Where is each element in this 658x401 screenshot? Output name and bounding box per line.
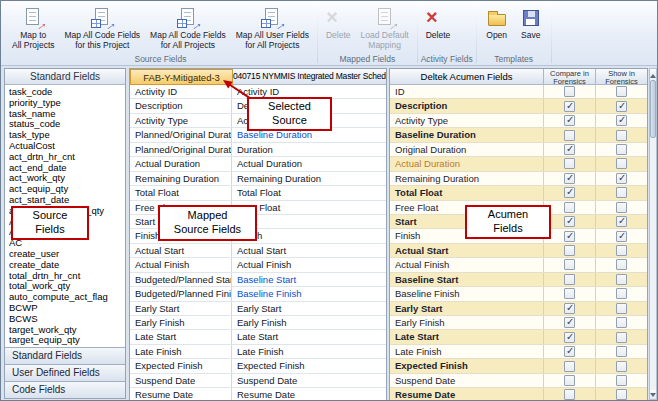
mapped-target-cell[interactable]: Resume Date	[232, 388, 386, 401]
source-field-item[interactable]: auto_compute_act_flag	[9, 292, 125, 303]
mapped-target-cell[interactable]: Actual Start	[232, 244, 386, 257]
delete-activity-field-button[interactable]: × Delete	[421, 2, 456, 53]
mapped-target-cell[interactable]: Expected Finish	[232, 359, 386, 372]
mapped-target-cell[interactable]: Duration	[232, 143, 386, 156]
mapped-target-cell[interactable]: Baseline Start	[232, 273, 386, 286]
compare-checkbox[interactable]	[564, 274, 575, 285]
show-checkbox[interactable]	[616, 375, 627, 386]
map-all-user-fields-all-projects-button[interactable]: → Map All User Fields for All Projects	[231, 2, 314, 53]
open-template-button[interactable]: Open	[480, 2, 514, 53]
source-field-item[interactable]: target_equip_qty	[9, 335, 125, 346]
source-field-item[interactable]: create_date	[9, 260, 125, 271]
mapped-source-cell[interactable]: Planned/Original Duration	[130, 143, 232, 156]
mapped-source-cell[interactable]: Late Start	[130, 330, 232, 343]
mapped-source-cell[interactable]: Actual Duration	[130, 157, 232, 170]
user-defined-fields-tab-button[interactable]: User Defined Fields	[5, 364, 125, 381]
compare-checkbox[interactable]	[564, 115, 575, 126]
mapped-source-cell[interactable]: Early Start	[130, 302, 232, 315]
map-all-code-fields-all-projects-button[interactable]: → Map All Code Fields for All Projects	[145, 2, 231, 53]
acumen-field-name[interactable]: Late Start	[390, 330, 543, 343]
mapped-source-cell[interactable]: Resume Date	[130, 388, 232, 401]
compare-checkbox[interactable]	[564, 361, 575, 372]
acumen-field-name[interactable]: Early Finish	[390, 316, 543, 329]
compare-checkbox[interactable]	[564, 173, 575, 184]
mapped-source-cell[interactable]: Early Finish	[130, 316, 232, 329]
source-field-item[interactable]: BCWP	[9, 303, 125, 314]
source-field-item[interactable]: task_name	[9, 109, 125, 120]
acumen-field-name[interactable]: Actual Duration	[390, 157, 543, 170]
compare-checkbox[interactable]	[564, 216, 575, 227]
show-checkbox[interactable]	[616, 202, 627, 213]
compare-checkbox[interactable]	[564, 202, 575, 213]
mapped-target-cell[interactable]: Remaining Duration	[232, 172, 386, 185]
mapped-source-cell[interactable]: Description	[130, 99, 232, 112]
delete-mapped-button[interactable]: × Delete	[321, 2, 356, 53]
source-field-item[interactable]: target_work_qty	[9, 325, 125, 336]
show-checkbox[interactable]	[616, 389, 627, 400]
compare-checkbox[interactable]	[564, 101, 575, 112]
acumen-field-name[interactable]: Late Finish	[390, 345, 543, 358]
acumen-field-name[interactable]: Total Float	[390, 186, 543, 199]
acumen-field-name[interactable]: Expected Finish	[390, 359, 543, 372]
show-checkbox[interactable]	[616, 288, 627, 299]
show-checkbox[interactable]	[616, 245, 627, 256]
mapped-source-cell[interactable]: Remaining Duration	[130, 172, 232, 185]
show-checkbox[interactable]	[616, 346, 627, 357]
mapped-source-cell[interactable]: Late Finish	[130, 345, 232, 358]
mapped-source-cell[interactable]: Budgeted/Planned Finish	[130, 287, 232, 300]
compare-checkbox[interactable]	[564, 187, 575, 198]
mapped-target-cell[interactable]: Total Float	[232, 186, 386, 199]
source-field-item[interactable]: status_code	[9, 119, 125, 130]
show-checkbox[interactable]	[616, 130, 627, 141]
source-field-item[interactable]: total_drtn_hr_cnt	[9, 271, 125, 282]
standard-fields-tab-button[interactable]: Standard Fields	[5, 347, 125, 364]
source-field-item[interactable]: total_work_qty	[9, 281, 125, 292]
compare-checkbox[interactable]	[564, 130, 575, 141]
show-checkbox[interactable]	[616, 303, 627, 314]
source-field-item[interactable]: act_drtn_hr_cnt	[9, 152, 125, 163]
source-field-item[interactable]: create_user	[9, 249, 125, 260]
source-field-item[interactable]: task_type	[9, 130, 125, 141]
acumen-field-name[interactable]: Activity Type	[390, 114, 543, 127]
compare-checkbox[interactable]	[564, 86, 575, 97]
mapped-target-cell[interactable]: Late Start	[232, 330, 386, 343]
show-checkbox[interactable]	[616, 158, 627, 169]
compare-checkbox[interactable]	[564, 158, 575, 169]
mapped-source-cell[interactable]: Activity ID	[130, 85, 232, 98]
mapped-source-cell[interactable]: Budgeted/Planned Start	[130, 273, 232, 286]
mapped-target-cell[interactable]: Baseline Finish	[232, 287, 386, 300]
mapped-target-cell[interactable]: Actual Finish	[232, 258, 386, 271]
compare-checkbox[interactable]	[564, 346, 575, 357]
acumen-field-name[interactable]: Early Start	[390, 302, 543, 315]
mapped-source-cell[interactable]: Actual Finish	[130, 258, 232, 271]
mapped-target-cell[interactable]: Early Finish	[232, 316, 386, 329]
acumen-field-name[interactable]: Baseline Duration	[390, 128, 543, 141]
show-checkbox[interactable]	[616, 231, 627, 242]
mapped-source-cell[interactable]: Suspend Date	[130, 374, 232, 387]
compare-checkbox[interactable]	[564, 231, 575, 242]
selected-source-header[interactable]: FAB-Y-Mitigated-3	[130, 69, 233, 85]
code-fields-tab-button[interactable]: Code Fields	[5, 381, 125, 398]
mapped-target-cell[interactable]: Actual Duration	[232, 157, 386, 170]
show-checkbox[interactable]	[616, 274, 627, 285]
acumen-field-name[interactable]: ID	[390, 85, 543, 98]
source-field-item[interactable]: act_equip_qty	[9, 184, 125, 195]
acumen-field-name[interactable]: Suspend Date	[390, 374, 543, 387]
acumen-field-name[interactable]: Actual Finish	[390, 258, 543, 271]
show-checkbox[interactable]	[616, 216, 627, 227]
mapped-source-cell[interactable]: Expected Finish	[130, 359, 232, 372]
show-checkbox[interactable]	[616, 317, 627, 328]
show-checkbox[interactable]	[616, 259, 627, 270]
show-checkbox[interactable]	[616, 187, 627, 198]
acumen-field-name[interactable]: Resume Date	[390, 388, 543, 401]
compare-checkbox[interactable]	[564, 288, 575, 299]
mapped-source-cell[interactable]: Actual Start	[130, 244, 232, 257]
show-checkbox[interactable]	[616, 86, 627, 97]
acumen-field-name[interactable]: Original Duration	[390, 143, 543, 156]
show-checkbox[interactable]	[616, 332, 627, 343]
source-field-item[interactable]: task_code	[9, 87, 125, 98]
scrollbar-thumb[interactable]	[650, 80, 656, 138]
map-to-all-projects-button[interactable]: → Map to All Projects	[7, 2, 60, 53]
compare-checkbox[interactable]	[564, 389, 575, 400]
acumen-field-name[interactable]: Baseline Start	[390, 273, 543, 286]
